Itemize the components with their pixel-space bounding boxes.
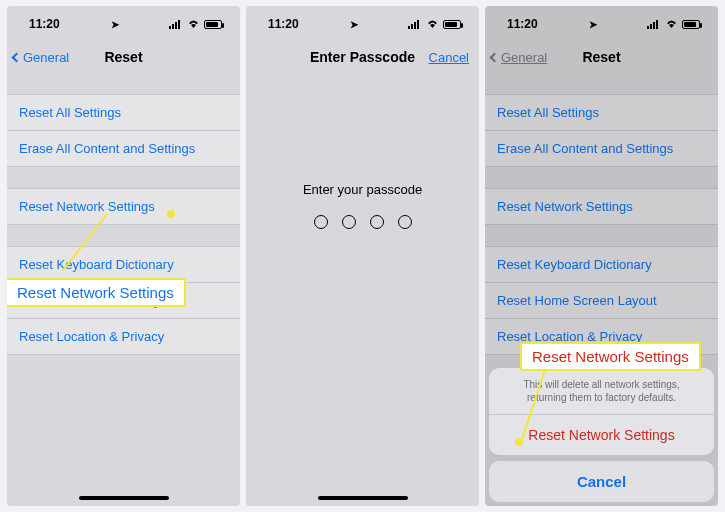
passcode-dots	[314, 215, 412, 229]
home-indicator[interactable]	[318, 496, 408, 500]
status-time: 11:20	[268, 17, 299, 31]
wifi-icon	[426, 19, 439, 29]
cellular-signal-icon	[169, 20, 183, 29]
chevron-left-icon	[12, 52, 22, 62]
passcode-dot[interactable]	[398, 215, 412, 229]
reset-location-privacy[interactable]: Reset Location & Privacy	[7, 318, 240, 355]
phone-screen-passcode: 11:20 ➤ Enter Passcode Cancel Enter your…	[246, 6, 479, 506]
callout-reset-network: Reset Network Settings	[7, 278, 186, 307]
cancel-button[interactable]: Cancel	[429, 50, 469, 65]
status-time: 11:20	[29, 17, 60, 31]
status-time: 11:20	[507, 17, 538, 31]
back-label: General	[501, 50, 547, 65]
reset-network-settings[interactable]: Reset Network Settings	[7, 188, 240, 225]
callout-reset-network: Reset Network Settings	[520, 342, 701, 371]
nav-bar: Enter Passcode Cancel	[246, 42, 479, 72]
erase-all-content: Erase All Content and Settings	[485, 130, 718, 167]
reset-network-settings: Reset Network Settings	[485, 188, 718, 225]
back-label: General	[23, 50, 69, 65]
phone-screen-reset: 11:20 ➤ General Reset Reset All Settings…	[7, 6, 240, 506]
location-icon: ➤	[589, 19, 597, 30]
phone-screen-confirm: 11:20 ➤ General Reset Reset All Settings…	[485, 6, 718, 506]
home-indicator[interactable]	[79, 496, 169, 500]
sheet-cancel-button[interactable]: Cancel	[489, 461, 714, 502]
passcode-dot[interactable]	[342, 215, 356, 229]
back-button[interactable]: General	[13, 50, 69, 65]
reset-home-screen-layout: Reset Home Screen Layout	[485, 282, 718, 319]
battery-icon	[682, 20, 700, 29]
page-title: Reset	[582, 49, 620, 65]
back-button: General	[491, 50, 547, 65]
highlight-dot	[515, 438, 523, 446]
location-icon: ➤	[350, 19, 358, 30]
status-bar: 11:20 ➤	[485, 6, 718, 42]
battery-icon	[443, 20, 461, 29]
wifi-icon	[187, 19, 200, 29]
status-bar: 11:20 ➤	[7, 6, 240, 42]
erase-all-content[interactable]: Erase All Content and Settings	[7, 130, 240, 167]
sheet-message: This will delete all network settings, r…	[489, 368, 714, 414]
reset-keyboard-dictionary: Reset Keyboard Dictionary	[485, 246, 718, 283]
chevron-left-icon	[490, 52, 500, 62]
passcode-prompt: Enter your passcode	[303, 182, 422, 197]
passcode-dot[interactable]	[314, 215, 328, 229]
page-title: Enter Passcode	[310, 49, 415, 65]
passcode-dot[interactable]	[370, 215, 384, 229]
reset-all-settings[interactable]: Reset All Settings	[7, 94, 240, 131]
highlight-dot	[167, 210, 175, 218]
battery-icon	[204, 20, 222, 29]
cellular-signal-icon	[647, 20, 661, 29]
page-title: Reset	[104, 49, 142, 65]
cellular-signal-icon	[408, 20, 422, 29]
location-icon: ➤	[111, 19, 119, 30]
nav-bar: General Reset	[7, 42, 240, 72]
nav-bar: General Reset	[485, 42, 718, 72]
status-bar: 11:20 ➤	[246, 6, 479, 42]
reset-all-settings: Reset All Settings	[485, 94, 718, 131]
wifi-icon	[665, 19, 678, 29]
